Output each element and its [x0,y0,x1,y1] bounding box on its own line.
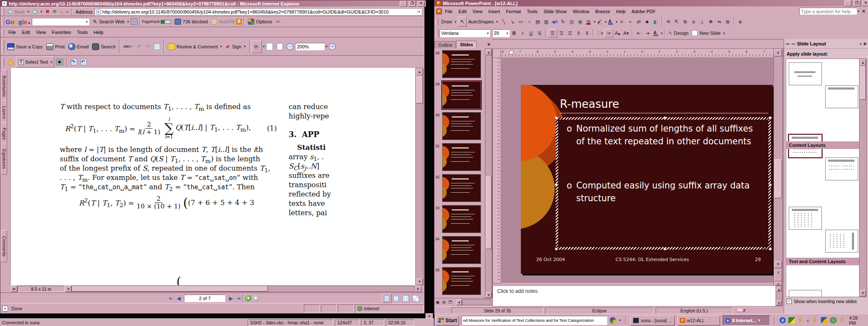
indent-marker[interactable] [509,51,513,54]
menu-item[interactable]: Help [91,29,106,36]
menu-item[interactable]: Slide Show [540,8,570,15]
hscroll-left-arrow[interactable]: ◄ [65,286,72,292]
slide-number-footer[interactable]: 29 [755,257,761,262]
textbox-tool[interactable]: ▤ [534,18,542,25]
ungroup-tool[interactable]: ⧈ [690,18,698,25]
fill-color-button[interactable]: 🪣︎ [584,18,593,25]
draw-menu-button[interactable]: Draw▾ [440,19,458,25]
slide-scroll-thumb[interactable] [774,159,782,198]
text-shadow-button[interactable]: S [535,29,544,37]
menu-item[interactable]: File [442,8,456,15]
hand-tool-button[interactable]: ✋ [6,58,16,66]
menu-item[interactable]: View [33,29,49,36]
insert-slide-tool[interactable]: ⧇ [736,18,745,25]
ie-titlebar[interactable]: e http://delivery.acm.org/10.1145/870000… [0,0,426,7]
font-color-button[interactable]: A [651,29,660,37]
rotate-clockwise-button[interactable]: ↷ [69,58,79,66]
previous-slide-button[interactable]: ⇞ [774,270,782,281]
google-deskbar-input[interactable]: ed Measure for Verification of Text Coll… [462,316,607,325]
menu-item[interactable]: Adobe PDF [629,8,659,15]
menu-item[interactable]: Insert [485,8,503,15]
back-button[interactable]: ◄Back▾ [6,8,31,15]
slide-footer-text[interactable]: CS 5244: DL Extended Services [593,257,712,262]
page-number-field[interactable]: 2 of 7 [184,295,225,302]
google-search-input[interactable]: ▾ [32,18,89,25]
tab-bookmarks[interactable]: Bookmarks [1,70,7,103]
menu-item[interactable]: Edit [456,8,470,15]
numbering-button[interactable]: ⋮≡ [595,29,604,37]
rotate-object-tool[interactable]: ⟲ [664,18,673,25]
tray-icon-1[interactable] [812,317,818,323]
arrow-tool[interactable]: ↘ [508,18,517,25]
slide-date-footer[interactable]: 26 Oct 2004 [536,257,565,262]
slide-thumbnail-31[interactable]: 31 [434,143,482,171]
slideshow-view-button[interactable]: 🗖︎ [447,299,453,305]
hscroll-right-arrow[interactable]: ► [415,286,422,292]
slide-sorter-view-button[interactable]: ⊞ [441,299,447,305]
snap-tool[interactable]: ⊞ [723,18,732,25]
news-icon[interactable] [131,18,138,25]
group-tool[interactable]: ⧉ [681,18,690,25]
underline-button[interactable]: U [527,29,535,37]
stop-button[interactable]: ✖ [44,8,51,15]
decrease-font-size-button[interactable]: A▾ [622,29,630,37]
menubar-close-icon[interactable]: ✕ [862,9,865,14]
slide-thumbnail-34[interactable]: 34 [434,236,482,264]
normal-view-button[interactable]: ▣ [434,299,441,305]
ppt-restore-button[interactable]: ❐ [853,0,860,6]
refresh-button[interactable]: ⟳ [51,8,58,15]
menu-item[interactable]: Help [613,8,629,15]
select-text-button[interactable]: TSelect Text▾ [16,56,54,67]
horizontal-ruler[interactable]: 87654321012345678 [501,48,784,58]
3d-style-button[interactable]: ◧ [651,18,660,25]
menu-item[interactable]: Window [570,8,592,15]
rectangle-tool[interactable]: ▭ [517,18,525,25]
flip-tool[interactable]: ⇋ [715,18,723,25]
help-box-dropdown[interactable]: ▾ [858,9,860,13]
vertical-textbox-tool[interactable]: ▥ [542,18,551,25]
zoom-out-button[interactable]: − [285,43,295,51]
font-color-button[interactable]: A [606,18,615,25]
picture-tool[interactable]: ▣ [576,18,584,25]
pdf-horizontal-scrollbar[interactable] [72,286,415,292]
tab-slides[interactable]: Slides [456,41,477,48]
taskbar-button-internet-group[interactable]: e8 Internet...▾ [723,315,770,326]
pdf-vertical-scrollbar[interactable]: ▲ ▼ [415,68,423,285]
next-view-button[interactable]: ► [253,295,259,301]
sign-button[interactable]: ✒Sign▾ [224,43,248,51]
line-color-button[interactable]: 🖌︎ [595,18,604,25]
align-left-button[interactable]: ☰ [548,29,557,37]
ppt-minimize-button[interactable]: _ [844,0,851,6]
fit-page-button[interactable] [275,42,285,51]
task-pane-scrollbar[interactable]: ▲ ▼ [859,59,867,297]
tray-messenger-icon[interactable] [788,317,795,323]
wordart-tool[interactable]: ◀A [551,18,559,25]
clipart-tool[interactable]: ▨ [568,18,576,25]
forward-button[interactable]: ►▾ [31,8,44,15]
slide-thumbnail-30[interactable]: 30 [434,112,482,140]
layout-vertical-text[interactable] [789,207,822,230]
bold-button[interactable]: B [510,29,518,37]
tray-icon-2[interactable] [821,317,827,323]
search-button[interactable]: Search [90,43,117,51]
menu-item[interactable]: Format [503,8,524,15]
splitter-handle[interactable]: ◂▸ [11,286,17,292]
menu-item[interactable]: File [6,29,19,36]
diagram-tool[interactable]: ↻ [559,18,568,25]
italic-button[interactable]: I [518,29,527,37]
slide-vertical-scrollbar[interactable]: ▲ ▼ ⇞ ⇟ [773,48,783,295]
home-button[interactable]: ⌂ [58,9,65,15]
review-comment-button[interactable]: Review & Comment▾ [166,43,224,51]
previous-view-button[interactable]: ◄ [245,295,251,301]
font-name-select[interactable]: Verdana▾ [440,29,490,37]
notes-pane[interactable]: Click to add notes ▲ ▼ [492,285,783,306]
google-options-button[interactable]: Options [246,18,274,25]
pane-forward-icon[interactable]: ➡ [791,41,795,47]
previous-page-button[interactable]: ◀ [177,295,181,301]
pane-dropdown-icon[interactable]: ▾ [860,42,862,46]
toolbar-overflow-chevron[interactable]: » [66,9,69,14]
design-button[interactable]: ✎Design [667,30,690,37]
arrow-style-button[interactable]: ⇄ [634,18,643,25]
decrease-indent-button[interactable]: ⇤ [634,29,643,37]
facing-layout-button[interactable] [401,295,411,302]
